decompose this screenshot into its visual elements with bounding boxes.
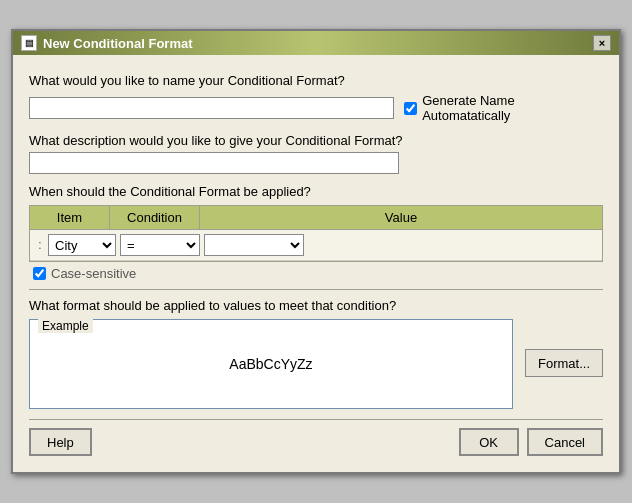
divider2 — [29, 419, 603, 420]
desc-input[interactable] — [29, 152, 399, 174]
ok-cancel-group: OK Cancel — [459, 428, 603, 456]
format-button[interactable]: Format... — [525, 349, 603, 377]
name-label: What would you like to name your Conditi… — [29, 73, 603, 88]
dialog-title: New Conditional Format — [43, 36, 193, 51]
dialog-body: What would you like to name your Conditi… — [13, 55, 619, 472]
title-bar-left: ▤ New Conditional Format — [21, 35, 193, 51]
table-header: Item Condition Value — [30, 206, 602, 230]
header-condition: Condition — [110, 206, 200, 229]
item-select[interactable]: City State Zip Country — [48, 234, 116, 256]
ok-button[interactable]: OK — [459, 428, 519, 456]
dialog-window: ▤ New Conditional Format × What would yo… — [11, 29, 621, 474]
auto-name-label: Generate Name Automatatically — [422, 93, 603, 123]
name-section: What would you like to name your Conditi… — [29, 69, 603, 123]
apply-label: When should the Conditional Format be ap… — [29, 184, 603, 199]
name-input[interactable] — [29, 97, 394, 119]
cancel-button[interactable]: Cancel — [527, 428, 603, 456]
help-button[interactable]: Help — [29, 428, 92, 456]
button-row: Help OK Cancel — [29, 428, 603, 462]
case-sensitive-checkbox[interactable] — [33, 267, 46, 280]
example-area: Example AaBbCcYyZz Format... — [29, 319, 603, 409]
condition-select[interactable]: = != < > <= >= contains — [120, 234, 200, 256]
divider1 — [29, 289, 603, 290]
format-section-label: What format should be applied to values … — [29, 298, 603, 313]
example-box: Example AaBbCcYyZz — [29, 319, 513, 409]
name-row: What would you like to name your Conditi… — [29, 69, 603, 123]
value-select[interactable] — [204, 234, 304, 256]
example-text: AaBbCcYyZz — [229, 356, 312, 372]
auto-name-checkbox[interactable] — [404, 102, 417, 115]
row-number: : — [32, 238, 48, 252]
dialog-icon: ▤ — [21, 35, 37, 51]
auto-name-area: Generate Name Automatatically — [404, 93, 603, 123]
condition-table: Item Condition Value : City State Zip Co… — [29, 205, 603, 262]
close-button[interactable]: × — [593, 35, 611, 51]
title-bar: ▤ New Conditional Format × — [13, 31, 619, 55]
table-row: : City State Zip Country = != < > <= >= … — [30, 230, 602, 261]
header-item: Item — [30, 206, 110, 229]
example-group-label: Example — [38, 319, 93, 333]
case-sensitive-row: Case-sensitive — [33, 266, 603, 281]
case-sensitive-label: Case-sensitive — [51, 266, 136, 281]
desc-label: What description would you like to give … — [29, 133, 603, 148]
header-value: Value — [200, 206, 602, 229]
